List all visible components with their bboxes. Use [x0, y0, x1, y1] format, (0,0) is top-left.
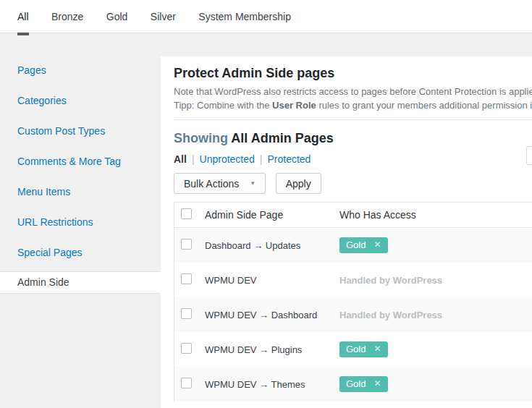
sidebar-item-menu-items[interactable]: Menu Items	[0, 177, 161, 207]
showing-value: All Admin Pages	[231, 131, 333, 145]
showing-label: Showing	[174, 131, 228, 145]
sidebar-item-url-restrictions[interactable]: URL Restrictions	[0, 207, 161, 237]
tab-silver[interactable]: Silver	[151, 0, 176, 33]
badge-label: Gold	[346, 344, 366, 354]
tab-label: Silver	[151, 11, 176, 22]
tab-all[interactable]: All	[17, 0, 29, 33]
search-input[interactable]	[526, 146, 532, 165]
membership-badge: Gold✕	[339, 376, 388, 392]
chevron-down-icon: ▼	[250, 180, 256, 187]
filter-separator: |	[260, 153, 263, 165]
admin-page-label: WPMU DEV → Plugins	[205, 344, 339, 355]
sidebar-item-special-pages[interactable]: Special Pages	[0, 237, 161, 268]
filter-all[interactable]: All	[174, 153, 187, 165]
table-row: WPMU DEV → Dashboard Handled by WordPres…	[174, 297, 532, 332]
filter-separator: |	[192, 153, 195, 165]
table-row: WPMU DEV → Themes Gold✕	[174, 367, 532, 401]
tab-system-membership[interactable]: System Membership	[198, 0, 291, 33]
select-all-checkbox[interactable]	[181, 208, 192, 219]
column-header-page: Admin Side Page	[205, 209, 339, 221]
tab-label: All	[17, 11, 29, 22]
remove-icon[interactable]: ✕	[373, 239, 381, 250]
sidebar-item-comments-more-tag[interactable]: Comments & More Tag	[0, 146, 161, 177]
badge-label: Gold	[346, 239, 366, 250]
note-text-line2: Tipp: Combine with the User Role rules t…	[174, 98, 532, 112]
admin-page-label: WPMU DEV	[205, 275, 339, 286]
tab-label: Gold	[106, 11, 128, 22]
table-row: WPMU DEV Handled by WordPress	[174, 263, 532, 297]
tab-bronze[interactable]: Bronze	[51, 0, 83, 33]
sidebar-item-custom-post-types[interactable]: Custom Post Types	[0, 116, 161, 146]
page-title: Protect Admin Side pages	[174, 65, 532, 81]
admin-page-label: WPMU DEV → Dashboard	[205, 310, 339, 320]
bulk-actions-select[interactable]: Bulk Actions▼	[174, 173, 266, 194]
sidebar-item-pages[interactable]: Pages	[0, 55, 161, 85]
table-header-row: Admin Side Page Who Has Access	[174, 203, 532, 228]
bulk-actions-row: Bulk Actions▼ Apply	[174, 173, 532, 194]
table-row: WPMU DEV → Plugins Gold✕	[174, 332, 532, 367]
note-text-line1: Note that WordPress also restricts acces…	[174, 85, 532, 98]
apply-button[interactable]: Apply	[276, 173, 321, 194]
admin-pages-table: Admin Side Page Who Has Access Dashboard…	[174, 202, 532, 401]
filter-protected[interactable]: Protected	[267, 153, 311, 165]
sidebar-item-admin-side[interactable]: Admin Side	[0, 271, 161, 294]
admin-side-panel: Protect Admin Side pages Note that WordP…	[161, 56, 532, 408]
access-status-text: Handled by WordPress	[339, 310, 442, 320]
table-row: Dashboard → Updates Gold✕	[174, 228, 532, 263]
section-divider	[174, 119, 532, 120]
membership-badge: Gold✕	[339, 237, 388, 253]
filter-links: All|Unprotected|Protected	[174, 153, 532, 166]
tab-gold[interactable]: Gold	[106, 0, 128, 33]
column-header-access: Who Has Access	[339, 209, 532, 221]
row-checkbox[interactable]	[181, 239, 192, 250]
showing-heading: Showing All Admin Pages	[174, 130, 532, 146]
tab-label: Bronze	[51, 11, 83, 22]
access-status-text: Handled by WordPress	[339, 275, 442, 286]
select-all-cell	[174, 208, 205, 221]
membership-level-tabs: All Bronze Gold Silver System Membership	[0, 0, 532, 33]
bulk-actions-label: Bulk Actions	[184, 178, 239, 190]
content-layout: Pages Categories Custom Post Types Comme…	[0, 33, 532, 408]
sidebar-item-categories[interactable]: Categories	[0, 85, 161, 116]
row-checkbox[interactable]	[181, 343, 192, 354]
badge-label: Gold	[346, 378, 366, 389]
filter-unprotected[interactable]: Unprotected	[200, 153, 255, 165]
admin-page-label: WPMU DEV → Themes	[205, 379, 339, 390]
row-checkbox[interactable]	[181, 273, 192, 284]
membership-badge: Gold✕	[339, 341, 388, 357]
remove-icon[interactable]: ✕	[373, 344, 381, 354]
remove-icon[interactable]: ✕	[373, 378, 381, 389]
rules-sidebar: Pages Categories Custom Post Types Comme…	[0, 33, 161, 408]
admin-page-label: Dashboard → Updates	[205, 240, 339, 251]
row-checkbox[interactable]	[181, 378, 192, 388]
tab-label: System Membership	[198, 11, 291, 22]
row-checkbox[interactable]	[181, 308, 192, 319]
